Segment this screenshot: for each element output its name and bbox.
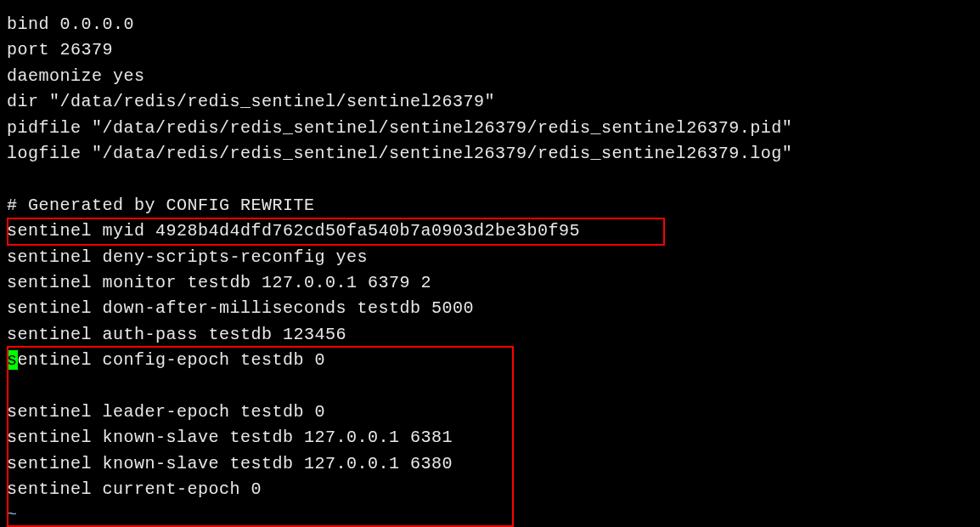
config-line-daemonize: daemonize yes — [7, 64, 973, 89]
vim-tilde-line: ~ — [7, 502, 973, 527]
config-line-dir: dir "/data/redis/redis_sentinel/sentinel… — [7, 89, 973, 115]
empty-line — [7, 373, 973, 399]
terminal-output[interactable]: bind 0.0.0.0 port 26379 daemonize yes di… — [7, 12, 973, 527]
config-line-sentinel-slave1: sentinel known-slave testdb 127.0.0.1 63… — [7, 425, 973, 450]
config-line-sentinel-auth: sentinel auth-pass testdb 123456 — [7, 322, 973, 348]
config-line-pidfile: pidfile "/data/redis/redis_sentinel/sent… — [7, 116, 973, 141]
config-line-bind: bind 0.0.0.0 — [7, 12, 973, 37]
config-line-sentinel-current: sentinel current-epoch 0 — [7, 477, 973, 502]
config-line-port: port 26379 — [7, 37, 973, 63]
config-line-sentinel-monitor: sentinel monitor testdb 127.0.0.1 6379 2 — [7, 270, 973, 296]
config-line-sentinel-config-epoch: sentinel config-epoch testdb 0 — [7, 348, 973, 373]
terminal-cursor: s — [7, 350, 18, 370]
config-line-sentinel-slave2: sentinel known-slave testdb 127.0.0.1 63… — [7, 451, 973, 477]
config-line-sentinel-deny: sentinel deny-scripts-reconfig yes — [7, 245, 973, 270]
config-line-logfile: logfile "/data/redis/redis_sentinel/sent… — [7, 141, 973, 167]
config-line-sentinel-down: sentinel down-after-milliseconds testdb … — [7, 296, 973, 321]
config-line-sentinel-myid: sentinel myid 4928b4d4dfd762cd50fa540b7a… — [7, 218, 973, 244]
empty-line — [7, 167, 973, 192]
line-rest: entinel config-epoch testdb 0 — [18, 350, 326, 370]
config-line-comment: # Generated by CONFIG REWRITE — [7, 193, 973, 218]
config-line-sentinel-leader: sentinel leader-epoch testdb 0 — [7, 400, 973, 425]
